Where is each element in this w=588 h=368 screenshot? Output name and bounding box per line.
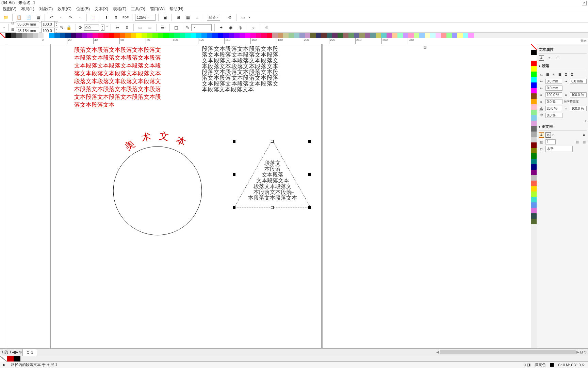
order-icon[interactable]: ▭ <box>136 24 144 31</box>
swatch[interactable] <box>191 33 196 38</box>
canvas[interactable]: 段落文本段落文本段落文本段落文本段落文本段落文本段落文本段落文本段落文本段落文本… <box>6 44 531 348</box>
black-paragraph-text[interactable]: 段落文本段落文本段落文本段落文本段落文本段落文本段落文本段落文本段落文本段落文本… <box>202 46 278 92</box>
swatch[interactable] <box>44 33 49 38</box>
swatch[interactable] <box>425 33 430 38</box>
swatch[interactable] <box>348 33 354 38</box>
swatch[interactable] <box>267 33 272 38</box>
swatch[interactable] <box>294 33 299 38</box>
swatch[interactable] <box>272 33 278 38</box>
handle-tl[interactable] <box>233 140 235 143</box>
swatch[interactable] <box>98 33 103 38</box>
swatch[interactable] <box>60 33 65 38</box>
after-para-input[interactable]: 0.0 % <box>545 99 562 104</box>
swatch[interactable] <box>387 33 392 38</box>
menu-table[interactable]: 表格(T) <box>113 6 126 12</box>
swatch[interactable] <box>316 33 321 38</box>
redo-dropdown-icon[interactable]: ▾ <box>76 14 84 21</box>
add-icon[interactable]: ⊕ <box>263 24 271 31</box>
width-input[interactable]: 55.604 mm <box>16 21 39 27</box>
columns-input[interactable]: 1 <box>545 139 556 144</box>
swatch[interactable] <box>531 202 537 208</box>
swatch[interactable] <box>531 88 537 93</box>
triangle-paragraph-text[interactable]: 段落文 本段落 文本段落 文本段落文本 段落文本段落文 本段落文本段落 本段落文… <box>234 160 311 201</box>
para-tab-icon[interactable]: ≡ <box>547 55 552 61</box>
swatch[interactable] <box>169 33 174 38</box>
swatch[interactable] <box>49 33 54 38</box>
paste-icon[interactable]: 📄 <box>25 14 32 21</box>
convert-icon[interactable]: ⟐ <box>250 24 257 31</box>
handle-ml[interactable] <box>233 173 235 176</box>
swatch[interactable] <box>5 33 11 38</box>
swatch[interactable] <box>71 33 76 38</box>
tab-page1[interactable]: 页 1 <box>22 349 37 356</box>
swatch[interactable] <box>136 33 142 38</box>
snap-combo[interactable]: 贴齐 <box>207 14 220 21</box>
swatch[interactable] <box>414 33 419 38</box>
handle-tm[interactable] <box>271 140 274 143</box>
swatch[interactable] <box>327 33 332 38</box>
word-spacing-input[interactable]: 100.0 % <box>570 106 587 111</box>
hscrollbar[interactable] <box>440 350 576 354</box>
swatch[interactable] <box>419 33 425 38</box>
align-center-icon[interactable]: ≡ <box>551 72 556 77</box>
char-spacing-input[interactable]: 20.0 % <box>545 106 562 111</box>
swatch[interactable] <box>158 33 163 38</box>
zoom-combo[interactable]: 125% <box>135 14 156 21</box>
vtext-icon[interactable]: A <box>581 132 587 138</box>
swatch[interactable] <box>310 33 316 38</box>
swatch[interactable] <box>289 33 294 38</box>
swatch[interactable] <box>16 33 22 38</box>
swatch[interactable] <box>531 175 537 181</box>
swatch[interactable] <box>321 33 327 38</box>
swatch[interactable] <box>305 33 310 38</box>
swatch[interactable] <box>408 33 414 38</box>
swatch[interactable] <box>370 33 376 38</box>
align-left-icon[interactable]: ☰ <box>545 72 550 77</box>
doc-nofill-swatch[interactable] <box>0 356 7 362</box>
scroll-right-icon[interactable]: ▶ <box>576 350 579 354</box>
nav-icon[interactable]: ⊡ <box>580 350 583 354</box>
swatch[interactable] <box>468 33 474 38</box>
swatch[interactable] <box>531 191 537 197</box>
doc-swatch-black[interactable] <box>14 356 20 362</box>
swatch[interactable] <box>365 33 370 38</box>
swatch[interactable] <box>261 33 267 38</box>
menu-tools[interactable]: 工具(O) <box>131 6 145 12</box>
rotation-input[interactable]: 0.0 <box>84 25 99 31</box>
swatch[interactable] <box>27 33 33 38</box>
swatch[interactable] <box>245 33 250 38</box>
swatch[interactable] <box>531 50 537 55</box>
swatch[interactable] <box>33 33 38 38</box>
no-fill-swatch[interactable] <box>531 44 537 50</box>
swatch[interactable] <box>531 186 537 191</box>
swatch[interactable] <box>65 33 71 38</box>
indent-right-input[interactable]: 0.0 mm <box>570 79 587 84</box>
menu-view[interactable]: 视图(V) <box>3 6 16 12</box>
guides-icon[interactable]: ⫠ <box>194 14 201 21</box>
handle-bl[interactable] <box>233 206 235 209</box>
swatch[interactable] <box>531 110 537 115</box>
outline-width-combo[interactable] <box>191 24 212 31</box>
swatch[interactable] <box>531 121 537 126</box>
swatch[interactable] <box>109 33 114 38</box>
page-add-icon[interactable]: ⊕ <box>19 350 22 354</box>
swatch[interactable] <box>332 33 338 38</box>
handle-br[interactable] <box>308 206 311 209</box>
swatch[interactable] <box>531 197 537 202</box>
launch-icon[interactable]: ▭ <box>239 14 247 21</box>
search-icon[interactable]: ⬚ <box>89 14 97 21</box>
swatch[interactable] <box>436 33 441 38</box>
swatch[interactable] <box>531 72 537 77</box>
fill-icon[interactable]: ◇ ◨ <box>523 363 530 367</box>
fullscreen-icon[interactable]: ▣ <box>161 14 169 21</box>
swatch[interactable] <box>531 132 537 137</box>
char-tab-icon[interactable]: A <box>539 55 544 61</box>
swatch[interactable] <box>22 33 27 38</box>
swatch[interactable] <box>229 33 234 38</box>
swatch[interactable] <box>54 33 60 38</box>
rulers-icon[interactable]: ⊞ <box>175 14 182 21</box>
swatch[interactable] <box>185 33 191 38</box>
zoom-icon[interactable]: ⊕ <box>584 350 587 354</box>
effect3-icon[interactable]: ◎ <box>236 24 244 31</box>
swatch[interactable] <box>38 33 44 38</box>
